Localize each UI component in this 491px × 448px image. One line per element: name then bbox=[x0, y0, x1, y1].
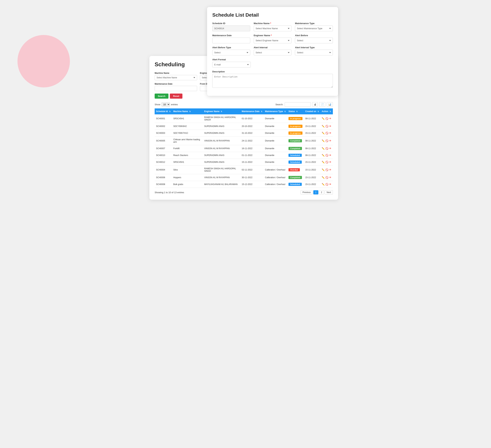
maintenance-type-label: Maintenance Type bbox=[295, 22, 333, 25]
block-icon[interactable]: 🚫 bbox=[325, 176, 328, 179]
engineer-name-required: * bbox=[271, 34, 272, 37]
cell-status: Completed bbox=[287, 136, 304, 145]
block-icon[interactable]: 🚫 bbox=[325, 183, 328, 186]
next-button[interactable]: Next bbox=[325, 190, 333, 195]
alert-before-select[interactable]: Select bbox=[295, 38, 333, 43]
cell-created-on: 15-11-2022 bbox=[304, 123, 320, 130]
view-icon[interactable]: 👁 bbox=[329, 139, 331, 142]
form-row-4: Alert Format E-mail bbox=[212, 58, 333, 68]
cell-created-on: 15-11-2022 bbox=[304, 166, 320, 174]
edit-icon[interactable]: ✏️ bbox=[322, 161, 325, 164]
cell-engineer-name: SUPERADMIN ANAS bbox=[203, 130, 240, 136]
cell-schedule-id: SCH0004 bbox=[155, 166, 172, 174]
col-schedule-id: Schedule Id ⇅ bbox=[155, 108, 172, 114]
cell-maintenance-type: Dismantle bbox=[264, 123, 287, 130]
block-icon[interactable]: 🚫 bbox=[325, 168, 328, 171]
cell-maintenance-type: Dismantle bbox=[264, 152, 287, 159]
edit-icon[interactable]: ✏️ bbox=[322, 168, 325, 171]
view-icon[interactable]: 👁 bbox=[329, 132, 331, 135]
cell-status: Scheduled bbox=[287, 181, 304, 188]
alert-interval-label: Alert Interval bbox=[254, 46, 292, 49]
filter-maintenance-date-input[interactable] bbox=[155, 86, 197, 91]
alert-interval-type-select[interactable]: Select bbox=[295, 50, 333, 55]
alert-interval-group: Alert Interval Select bbox=[254, 46, 292, 55]
page-1-button[interactable]: 1 bbox=[313, 190, 318, 195]
alert-format-select[interactable]: E-mail bbox=[212, 62, 251, 68]
cell-status: Overdue bbox=[287, 166, 304, 174]
block-icon[interactable]: 🚫 bbox=[325, 117, 328, 120]
maintenance-type-select[interactable]: Select Maintenance Type bbox=[295, 26, 333, 31]
cell-schedule-id: SCH0002 bbox=[155, 123, 172, 130]
search-button[interactable]: Search bbox=[155, 94, 169, 99]
description-textarea[interactable] bbox=[212, 74, 333, 88]
table-row: SCH0008 Bulk grabs MAYILVAGANAM A/L BALA… bbox=[155, 181, 333, 188]
col-status: Status ⇅ bbox=[287, 108, 304, 114]
view-icon[interactable]: 👁 bbox=[329, 183, 331, 186]
filter-machine-name: Machine Name Select Machine Name bbox=[155, 72, 197, 80]
sort-icon-action: ⇅ bbox=[330, 110, 331, 112]
edit-icon[interactable]: ✏️ bbox=[322, 176, 325, 179]
schedule-id-input bbox=[212, 26, 250, 31]
edit-icon[interactable]: ✏️ bbox=[322, 154, 325, 157]
table-row: SCH0012 SRSC45H1 SUPERADMIN ANAS 15-11-2… bbox=[155, 159, 333, 166]
entries-select[interactable]: 10 bbox=[161, 102, 170, 107]
reset-button[interactable]: Reset bbox=[170, 94, 182, 99]
edit-icon[interactable]: ✏️ bbox=[322, 132, 325, 135]
page-2-button[interactable]: 2 bbox=[319, 190, 324, 195]
cell-maintenance-type: Calibration / Overhaul bbox=[264, 166, 287, 174]
maintenance-date-group: Maintenance Date bbox=[212, 34, 250, 43]
view-icon[interactable]: 👁 bbox=[329, 117, 331, 120]
csv-button[interactable]: 📄 bbox=[319, 102, 325, 107]
maintenance-date-input[interactable] bbox=[212, 38, 250, 43]
outer-wrapper: Schedule List Detail Schedule ID Machine… bbox=[149, 3, 342, 178]
edit-icon[interactable]: ✏️ bbox=[322, 183, 325, 186]
block-icon[interactable]: 🚫 bbox=[325, 125, 328, 128]
cell-action: ✏️ 🚫 👁 bbox=[320, 136, 333, 145]
view-icon[interactable]: 👁 bbox=[329, 161, 331, 164]
cell-action: ✏️ 🚫 👁 bbox=[320, 174, 333, 181]
showing-text: Showing 1 to 10 of 13 entries bbox=[155, 191, 184, 194]
view-icon[interactable]: 👁 bbox=[329, 125, 331, 128]
engineer-name-select[interactable]: Select Engineer Name bbox=[254, 38, 292, 43]
filter-machine-name-label: Machine Name bbox=[155, 72, 197, 74]
block-icon[interactable]: 🚫 bbox=[325, 147, 328, 150]
edit-icon[interactable]: ✏️ bbox=[322, 125, 325, 128]
excel-button[interactable]: 📊 bbox=[327, 102, 333, 107]
cell-maintenance-date: 15-12-2022 bbox=[240, 181, 264, 188]
schedule-id-label: Schedule ID bbox=[212, 22, 250, 25]
view-icon[interactable]: 👁 bbox=[329, 154, 331, 157]
edit-icon[interactable]: ✏️ bbox=[322, 117, 325, 120]
cell-maintenance-date: 01-10-2022 bbox=[240, 114, 264, 123]
col-maintenance-type: Maintenance Type ⇅ bbox=[264, 108, 287, 114]
schedule-id-group: Schedule ID bbox=[212, 22, 250, 31]
print-button[interactable]: 🖨 bbox=[312, 102, 318, 107]
filter-machine-name-select[interactable]: Select Machine Name bbox=[155, 75, 197, 80]
cell-created-on: 15-11-2022 bbox=[304, 130, 320, 136]
view-icon[interactable]: 👁 bbox=[329, 147, 331, 150]
search-label: Search: bbox=[275, 103, 283, 106]
alert-format-group: Alert Format E-mail bbox=[212, 58, 251, 68]
block-icon[interactable]: 🚫 bbox=[325, 161, 328, 164]
alert-interval-select[interactable]: Select bbox=[254, 50, 292, 55]
cell-maintenance-type: Dismantle bbox=[264, 114, 287, 123]
table-search-input[interactable] bbox=[285, 102, 311, 107]
machine-name-select[interactable]: Select Machine Name bbox=[254, 26, 292, 31]
cell-engineer-name: VINSON A/L M RAYAPPAN bbox=[203, 174, 240, 181]
description-group: Description bbox=[212, 70, 333, 88]
block-icon[interactable]: 🚫 bbox=[325, 139, 328, 142]
cell-machine-name: SRSC45H1 bbox=[172, 114, 203, 123]
cell-machine-name: SDCY90K7H1C bbox=[172, 130, 203, 136]
cell-maintenance-date: 16-11-2022 bbox=[240, 145, 264, 152]
alert-before-type-select[interactable]: Select bbox=[212, 50, 250, 55]
cell-action: ✏️ 🚫 👁 bbox=[320, 159, 333, 166]
edit-icon[interactable]: ✏️ bbox=[322, 147, 325, 150]
block-icon[interactable]: 🚫 bbox=[325, 132, 328, 135]
view-icon[interactable]: 👁 bbox=[329, 176, 331, 179]
cell-schedule-id: SCH0007 bbox=[155, 145, 172, 152]
action-icons: ✏️ 🚫 👁 bbox=[322, 183, 331, 186]
background-blob bbox=[18, 35, 70, 88]
edit-icon[interactable]: ✏️ bbox=[322, 139, 325, 142]
view-icon[interactable]: 👁 bbox=[329, 168, 331, 171]
previous-button[interactable]: Previous bbox=[301, 190, 312, 195]
block-icon[interactable]: 🚫 bbox=[325, 154, 328, 157]
